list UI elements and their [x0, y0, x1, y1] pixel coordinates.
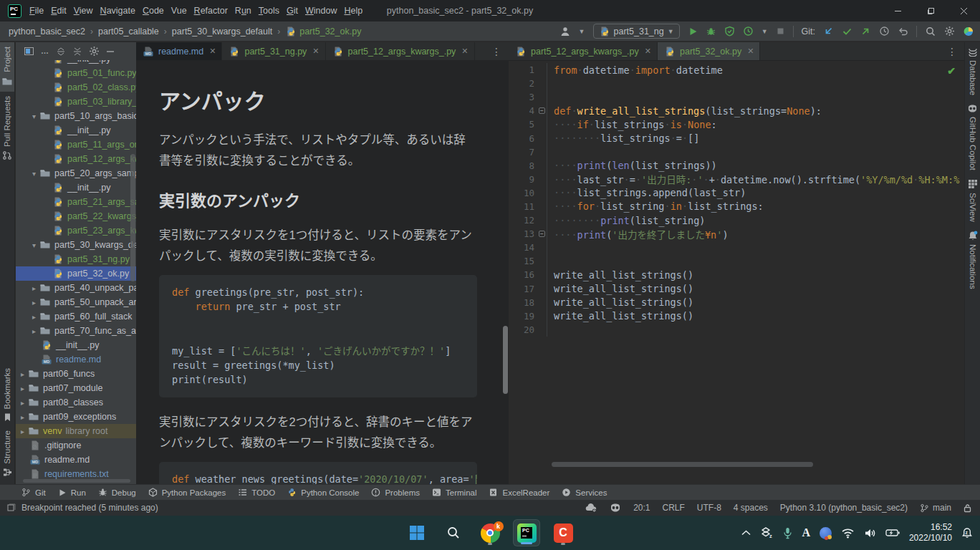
chevron-down-icon[interactable]: ▾ [29, 170, 39, 178]
maximize-button[interactable] [914, 0, 947, 21]
status-widget-main[interactable]: main [920, 503, 951, 513]
tree-folder[interactable]: ▸part06_funcs [16, 367, 136, 381]
stripe-button-sciview[interactable]: SciView [965, 175, 980, 226]
taskbar-clock[interactable]: 16:522022/10/10 [909, 522, 952, 544]
breadcrumb[interactable]: python_basic_sec2›part05_callable›part5_… [9, 26, 361, 37]
tree-folder[interactable]: ▾part5_10_args_basic [16, 109, 136, 123]
history-button[interactable] [879, 26, 890, 37]
tray-microphone[interactable] [783, 527, 792, 539]
toolwindow-button-python-packages[interactable]: Python Packages [148, 488, 226, 497]
tree-horizontal-scrollbar[interactable] [23, 479, 130, 483]
editor-tab-part5_12_args_kwargs_.py[interactable]: part5_12_args_kwargs_.py✕ [326, 42, 475, 60]
toolwindow-button-run[interactable]: Run [58, 488, 86, 497]
code-horizontal-scrollbar[interactable] [552, 462, 813, 467]
tray-ime-a[interactable]: A [802, 526, 810, 539]
status-widget[interactable] [964, 503, 971, 513]
tray-wifi[interactable] [841, 528, 855, 539]
tree-vertical-scrollbar[interactable] [130, 154, 135, 281]
stripe-button-pull-requests[interactable]: Pull Requests [0, 92, 14, 165]
breadcrumb-item[interactable]: part5_30_kwargs_default [172, 26, 272, 37]
stripe-button-structure[interactable]: Structure [0, 426, 14, 481]
chevron-right-icon[interactable]: ▸ [29, 299, 39, 307]
tree-file[interactable]: part5_21_args_sam [16, 195, 136, 209]
tray-battery[interactable] [885, 529, 900, 537]
hide-button[interactable] [106, 47, 115, 56]
tree-folder[interactable]: ▸part5_60_full_stack [16, 309, 136, 324]
chevron-right-icon[interactable]: ▸ [17, 399, 28, 407]
tree-file[interactable]: part5_32_ok.py [16, 266, 136, 281]
menu-view[interactable]: View [70, 0, 97, 21]
stripe-button-github-copilot[interactable]: GitHub Copilot [965, 100, 980, 175]
settings-button[interactable] [89, 46, 100, 57]
minimize-button[interactable] [881, 0, 914, 21]
collapse-all-button[interactable] [72, 47, 82, 57]
menu-file[interactable]: File [26, 0, 47, 21]
tree-folder[interactable]: ▾part5_30_kwargs_defa [16, 238, 136, 252]
editor-tab-part5_32_ok.py[interactable]: part5_32_ok.py✕ [658, 42, 760, 60]
status-message[interactable]: Breakpoint reached (5 minutes ago) [7, 503, 158, 513]
editor-tab-part5_12_args_kwargs_.py[interactable]: part5_12_args_kwargs_.py✕ [509, 42, 658, 60]
status-widget[interactable] [585, 503, 597, 513]
inspection-ok-icon[interactable]: ✔ [947, 65, 956, 77]
tree-file[interactable]: part5_11_args_only [16, 138, 136, 152]
run-button[interactable] [688, 26, 698, 37]
tree-folder[interactable]: ▸part5_50_unpack_argu [16, 295, 136, 309]
rollback-button[interactable] [898, 26, 908, 37]
markdown-scrollbar[interactable] [503, 326, 508, 394]
tree-folder[interactable]: ▸part07_module [16, 381, 136, 395]
tree-file[interactable]: MDreadme.md [16, 352, 136, 367]
tree-folder[interactable]: ▸venv library root [16, 424, 136, 438]
debug-button[interactable] [706, 26, 716, 37]
tab-close-icon[interactable]: ✕ [461, 47, 468, 56]
menu-window[interactable]: Window [302, 0, 340, 21]
tab-close-icon[interactable]: ✕ [312, 47, 319, 56]
tree-folder[interactable]: ▸part08_classes [16, 395, 136, 410]
stop-button[interactable] [776, 26, 785, 36]
stripe-button-bookmarks[interactable]: Bookmarks [0, 364, 14, 427]
toolwindow-button-debug[interactable]: Debug [98, 488, 136, 497]
code-with-me-button[interactable] [963, 26, 974, 37]
settings-button[interactable] [944, 26, 955, 37]
toolwindow-button-problems[interactable]: Problems [371, 488, 420, 497]
run-configuration-select[interactable]: part5_31_ng▼ [593, 24, 680, 39]
toolwindow-button-services[interactable]: Services [562, 488, 607, 497]
chevron-right-icon[interactable]: ▸ [17, 428, 28, 435]
chevron-right-icon[interactable]: ▸ [17, 370, 28, 378]
tree-file[interactable]: part5_31_ng.py [16, 252, 136, 266]
toolwindow-button-excelreader[interactable]: ExcelReader [489, 488, 549, 497]
tree-file[interactable]: __init__.py [16, 180, 136, 195]
git-push-button[interactable] [860, 26, 871, 37]
tree-file[interactable]: part5_22_kwargs_s [16, 209, 136, 223]
toolwindow-button-git[interactable]: Git [21, 488, 46, 497]
tree-file[interactable]: part5_01_func.py [16, 66, 136, 80]
status-widget[interactable] [610, 503, 621, 513]
tray-bell[interactable]: z [961, 527, 973, 539]
breadcrumb-item-current[interactable]: part5_32_ok.py [285, 26, 361, 37]
stripe-button-database[interactable]: Database [965, 42, 980, 100]
tree-file[interactable]: part5_03_library_ex [16, 95, 136, 109]
menu-refactor[interactable]: Refactor [191, 0, 231, 21]
status-widget-python-3-10-python-basic-sec2-[interactable]: Python 3.10 (python_basic_sec2) [780, 503, 908, 513]
menu-navigate[interactable]: Navigate [97, 0, 139, 21]
status-widget-20-1[interactable]: 20:1 [633, 503, 650, 513]
tray-volume[interactable] [864, 528, 876, 539]
close-button[interactable] [947, 0, 980, 21]
breadcrumb-item[interactable]: part05_callable [98, 26, 159, 37]
tab-options-kebab-icon[interactable]: ⋮ [940, 46, 964, 57]
tree-file[interactable]: part5_02_class.py [16, 80, 136, 95]
stripe-button-notifications[interactable]: Notifications [965, 226, 980, 294]
tab-close-icon[interactable]: ✕ [747, 47, 754, 56]
tree-file[interactable]: MDreadme.md [16, 453, 136, 467]
menu-edit[interactable]: Edit [47, 0, 70, 21]
tray-assistant-ball[interactable] [820, 527, 832, 539]
tree-file[interactable]: __init__.py [16, 123, 136, 138]
tree-folder[interactable]: ▸part5_70_func_as_arg [16, 324, 136, 338]
profiler-button[interactable] [743, 26, 754, 37]
start-button[interactable] [403, 519, 431, 546]
menu-help[interactable]: Help [340, 0, 366, 21]
expand-all-button[interactable] [56, 47, 66, 57]
menu-vue[interactable]: Vue [168, 0, 191, 21]
chevron-right-icon[interactable]: ▸ [17, 413, 28, 421]
status-widget-utf-8[interactable]: UTF-8 [697, 503, 721, 513]
tray-dropbox-paused[interactable]: z [761, 527, 774, 539]
